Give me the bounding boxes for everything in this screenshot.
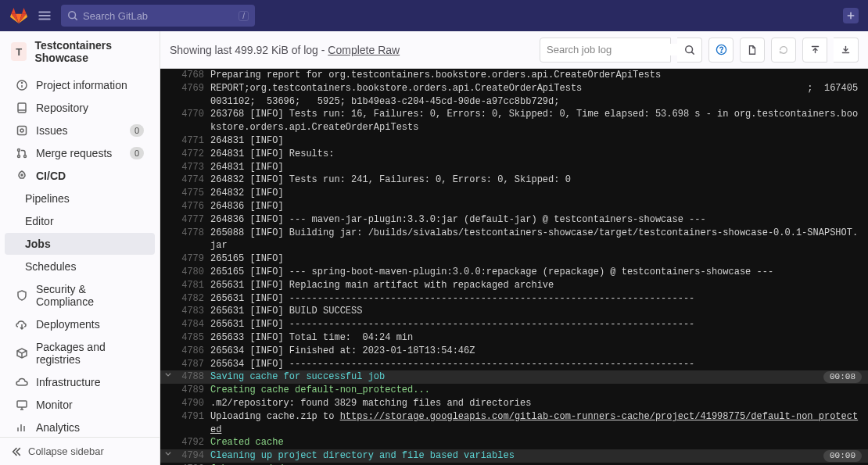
scroll-to-bottom-button[interactable] — [834, 38, 859, 63]
line-number[interactable]: 4787 — [176, 358, 210, 371]
line-number[interactable]: 4779 — [176, 252, 210, 266]
line-number[interactable]: 4768 — [176, 69, 210, 82]
log-text: Cleaning up project directory and file b… — [210, 449, 823, 463]
global-search-input[interactable] — [83, 10, 234, 22]
sidebar-item-project-info[interactable]: Project information — [5, 74, 155, 96]
log-text: 265165 [INFO] --- spring-boot-maven-plug… — [210, 266, 868, 279]
svg-point-13 — [20, 129, 23, 132]
svg-point-34 — [720, 52, 721, 52]
raw-log-button[interactable] — [740, 38, 765, 63]
sidebar-item-packages[interactable]: Packages and registries — [5, 336, 155, 370]
log-text: 265631 [INFO] Replacing main artifact wi… — [210, 279, 868, 292]
log-text: Preparing report for org.testcontainers.… — [210, 69, 868, 82]
count-badge: 0 — [130, 147, 144, 159]
new-menu-button[interactable] — [843, 8, 859, 23]
log-text: 264836 [INFO] — [210, 200, 868, 213]
job-log-search-input[interactable] — [547, 44, 678, 55]
line-number[interactable]: 4785 — [176, 331, 210, 345]
cloud-icon — [16, 376, 28, 388]
line-number[interactable]: 4782 — [176, 292, 210, 306]
complete-raw-link[interactable]: Complete Raw — [328, 44, 400, 56]
line-number[interactable]: 4786 — [176, 345, 210, 358]
sidebar-item-security[interactable]: Security & Compliance — [5, 278, 155, 313]
project-header[interactable]: T Testcontainers Showcase — [0, 31, 160, 73]
log-line: 4768Preparing report for org.testcontain… — [160, 69, 868, 82]
hamburger-icon[interactable] — [38, 9, 52, 23]
gitlab-logo-icon[interactable] — [9, 6, 28, 25]
line-number[interactable]: 4780 — [176, 266, 210, 279]
log-section-header[interactable]: 4788Saving cache for successful job00:08 — [160, 370, 868, 384]
job-log-search[interactable] — [540, 38, 671, 63]
collapse-sidebar-button[interactable]: Collapse sidebar — [0, 437, 160, 465]
line-number[interactable]: 4775 — [176, 187, 210, 200]
log-text: 265631 [INFO] --------------------------… — [210, 318, 868, 331]
line-number[interactable]: 4770 — [176, 108, 210, 121]
sidebar-item-label: Editor — [25, 215, 144, 227]
job-log[interactable]: 4768Preparing report for org.testcontain… — [160, 69, 868, 465]
section-toggle[interactable] — [160, 449, 176, 457]
project-avatar: T — [11, 42, 27, 61]
log-text: 264831 [INFO] Results: — [210, 148, 868, 161]
log-text: 265631 [INFO] --------------------------… — [210, 292, 868, 306]
line-number[interactable]: 4792 — [176, 436, 210, 449]
line-number[interactable]: 4790 — [176, 397, 210, 410]
retry-button — [771, 38, 796, 63]
project-name: Testcontainers Showcase — [34, 39, 149, 64]
help-button[interactable] — [708, 38, 733, 63]
log-line: 4782265631 [INFO] ----------------------… — [160, 292, 868, 306]
chevron-down-icon — [164, 449, 172, 457]
info-icon — [16, 79, 28, 91]
topbar: / — [0, 0, 868, 31]
log-line: 4772264831 [INFO] Results: — [160, 148, 868, 161]
svg-rect-10 — [18, 103, 26, 113]
line-number[interactable]: 4778 — [176, 227, 210, 240]
line-number[interactable]: 4791 — [176, 410, 210, 424]
line-number[interactable]: 4777 — [176, 213, 210, 227]
log-line: 4783265631 [INFO] BUILD SUCCESS — [160, 305, 868, 318]
sidebar-item-label: Project information — [36, 79, 144, 91]
line-number[interactable]: 4776 — [176, 200, 210, 213]
svg-point-14 — [18, 149, 20, 152]
line-number[interactable]: 4769 — [176, 82, 210, 95]
log-line: 4778265088 [INFO] Building jar: /builds/… — [160, 227, 868, 253]
rocket-icon — [16, 170, 28, 182]
sidebar-sub-schedules[interactable]: Schedules — [5, 256, 155, 277]
sidebar-sub-jobs[interactable]: Jobs — [5, 233, 155, 255]
line-number[interactable]: 4774 — [176, 173, 210, 187]
log-text: 264832 [INFO] Tests run: 241, Failures: … — [210, 173, 868, 187]
line-number[interactable]: 4771 — [176, 134, 210, 148]
log-line: 4781265631 [INFO] Replacing main artifac… — [160, 279, 868, 292]
log-line: 4775264832 [INFO] — [160, 187, 868, 200]
log-text: 264831 [INFO] — [210, 134, 868, 148]
line-number[interactable]: 4789 — [176, 384, 210, 397]
sidebar-item-merge-requests[interactable]: Merge requests0 — [5, 142, 155, 164]
sidebar-item-label: Infrastructure — [36, 376, 144, 388]
sidebar-item-issues[interactable]: Issues0 — [5, 120, 155, 141]
line-number[interactable]: 4773 — [176, 161, 210, 174]
svg-point-15 — [18, 156, 20, 158]
log-text: Uploading cache.zip to https://storage.g… — [210, 410, 868, 437]
scroll-to-top-button[interactable] — [802, 38, 827, 63]
line-number[interactable]: 4784 — [176, 318, 210, 331]
global-search[interactable]: / — [61, 5, 255, 27]
log-section-header[interactable]: 4794Cleaning up project directory and fi… — [160, 449, 868, 463]
sidebar-item-deployments[interactable]: Deployments — [5, 313, 155, 335]
sidebar-item-infrastructure[interactable]: Infrastructure — [5, 371, 155, 393]
sidebar-item-analytics[interactable]: Analytics — [5, 417, 155, 437]
job-log-search-button[interactable] — [677, 38, 702, 63]
line-number[interactable]: 4781 — [176, 279, 210, 292]
line-number[interactable]: 4772 — [176, 148, 210, 161]
line-number[interactable]: 4788 — [176, 370, 210, 384]
sidebar-item-repository[interactable]: Repository — [5, 97, 155, 119]
log-line: 4771264831 [INFO] — [160, 134, 868, 148]
sidebar-item-cicd[interactable]: CI/CD — [5, 165, 155, 187]
section-toggle[interactable] — [160, 370, 176, 378]
line-number[interactable]: 4783 — [176, 305, 210, 318]
section-timer: 00:08 — [823, 371, 862, 383]
chevron-down-icon — [164, 370, 172, 378]
sidebar-item-label: Merge requests — [36, 147, 122, 159]
sidebar-sub-pipelines[interactable]: Pipelines — [5, 188, 155, 209]
sidebar-sub-editor[interactable]: Editor — [5, 210, 155, 232]
sidebar-item-monitor[interactable]: Monitor — [5, 394, 155, 416]
line-number[interactable]: 4794 — [176, 449, 210, 463]
